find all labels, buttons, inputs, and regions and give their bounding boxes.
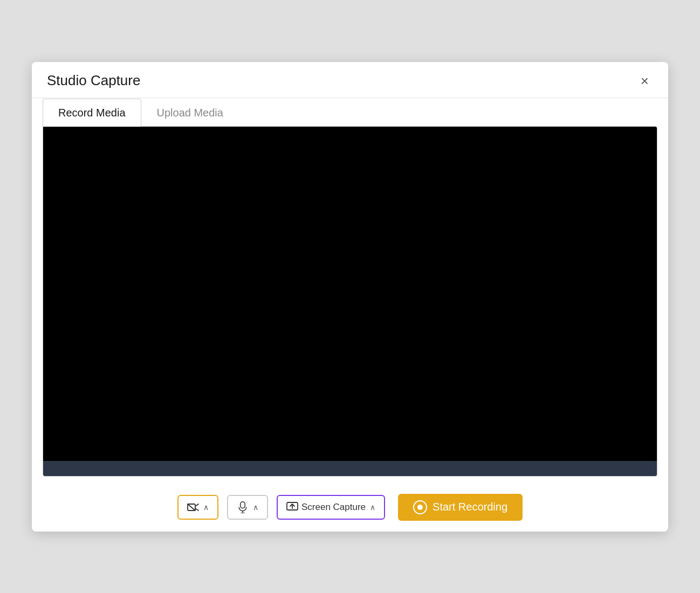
tab-bar: Record Media Upload Media: [32, 98, 668, 126]
record-indicator-icon: [413, 500, 427, 514]
svg-rect-4: [241, 501, 245, 508]
screen-capture-chevron-icon: ∧: [370, 503, 375, 512]
screen-capture-label: Screen Capture: [301, 502, 366, 513]
camera-button[interactable]: ∧: [177, 495, 218, 520]
start-recording-label: Start Recording: [433, 501, 507, 513]
close-button[interactable]: ×: [636, 72, 653, 90]
controls-bar: ∧ ∧ Screen Capt: [32, 485, 668, 532]
mic-chevron-icon: ∧: [253, 503, 258, 512]
content-area: [43, 126, 657, 477]
svg-line-3: [188, 504, 195, 511]
screen-capture-button[interactable]: Screen Capture ∧: [277, 495, 385, 520]
dialog-title: Studio Capture: [47, 72, 140, 89]
tab-record-media[interactable]: Record Media: [43, 99, 141, 127]
camera-icon: [187, 501, 199, 513]
mic-button[interactable]: ∧: [227, 495, 268, 520]
mic-icon: [237, 501, 249, 513]
video-bottom-bar: [43, 461, 657, 476]
tab-upload-media[interactable]: Upload Media: [141, 99, 239, 127]
screen-capture-icon: [286, 501, 298, 513]
record-inner-dot: [417, 505, 423, 510]
camera-chevron-icon: ∧: [203, 503, 209, 512]
video-preview: [43, 127, 657, 461]
studio-capture-dialog: Studio Capture × Record Media Upload Med…: [32, 62, 668, 532]
start-recording-button[interactable]: Start Recording: [398, 494, 523, 521]
dialog-header: Studio Capture ×: [32, 62, 668, 98]
